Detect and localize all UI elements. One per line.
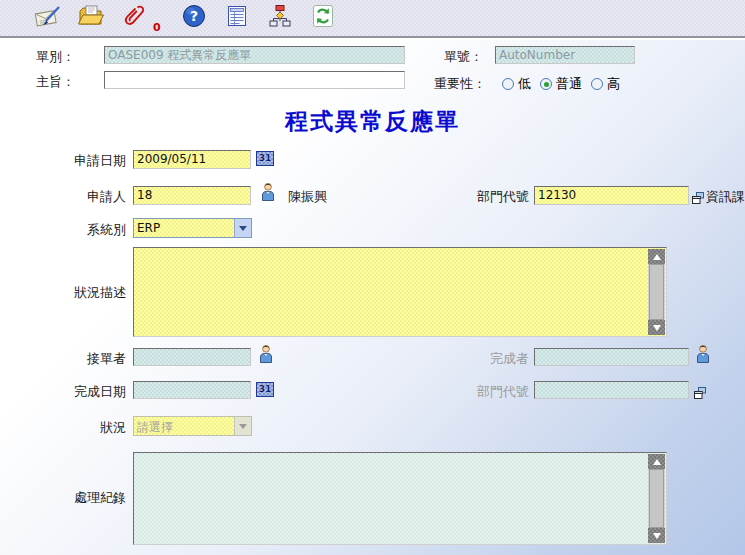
- person-lookup-icon[interactable]: [695, 344, 711, 367]
- form-type-label: 單別 :: [36, 48, 71, 66]
- subject-label: 主旨 :: [36, 73, 71, 91]
- importance-label: 重要性 :: [434, 75, 482, 93]
- apply-date-field[interactable]: 2009/05/11: [133, 150, 251, 169]
- system-type-label: 系統別: [30, 221, 126, 239]
- chevron-down-icon: [234, 417, 251, 435]
- scroll-down-button[interactable]: [648, 320, 665, 335]
- person-lookup-icon[interactable]: [258, 344, 274, 367]
- receiver-field[interactable]: [133, 348, 251, 366]
- triangle-down-icon: [653, 325, 661, 331]
- triangle-down-icon: [653, 533, 661, 539]
- importance-low-label: 低: [518, 75, 531, 93]
- scroll-up-button[interactable]: [648, 249, 665, 264]
- complete-date-field[interactable]: [133, 381, 251, 399]
- form-no-label: 單號 :: [444, 48, 479, 66]
- completer-field[interactable]: [534, 348, 689, 366]
- person-lookup-icon[interactable]: [260, 182, 276, 205]
- scroll-down-button[interactable]: [648, 528, 665, 543]
- status-desc-textarea[interactable]: [133, 247, 667, 337]
- form-type-field[interactable]: OASE009 程式異常反應單: [104, 46, 405, 64]
- calendar-picker-icon[interactable]: 31: [256, 382, 274, 397]
- toolbar-separator: [0, 36, 745, 40]
- completer-label: 完成者: [433, 350, 529, 368]
- scroll-up-button[interactable]: [648, 454, 665, 469]
- svg-text:?: ?: [190, 8, 198, 24]
- system-type-value: ERP: [134, 219, 234, 237]
- open-folder-icon: [77, 3, 105, 33]
- importance-normal-radio[interactable]: [540, 78, 552, 90]
- paperclip-icon: [123, 3, 145, 33]
- system-type-select[interactable]: ERP: [133, 218, 252, 238]
- status-desc-label: 狀況描述: [30, 284, 126, 302]
- send-mail-icon: [34, 3, 62, 33]
- help-button[interactable]: ?: [180, 4, 208, 32]
- subject-field[interactable]: [104, 71, 405, 89]
- triangle-up-icon: [653, 459, 661, 465]
- dept-code-label: 部門代號: [433, 188, 529, 206]
- applicant-name-text: 陳振興: [288, 188, 327, 206]
- applicant-field[interactable]: 18: [133, 186, 251, 205]
- dept-name-text: 資訊課: [706, 188, 745, 206]
- attachment-button[interactable]: [120, 4, 148, 32]
- chevron-down-icon[interactable]: [234, 219, 251, 237]
- dept-code2-label: 部門代號: [433, 383, 529, 401]
- triangle-up-icon: [653, 254, 661, 260]
- importance-low-radio[interactable]: [502, 78, 514, 90]
- complete-date-label: 完成日期: [30, 383, 126, 401]
- importance-radio-group: 低 普通 高: [502, 75, 626, 93]
- toolbar: 0 ?: [0, 0, 745, 36]
- help-icon: ?: [181, 3, 207, 33]
- refresh-button[interactable]: [309, 4, 337, 32]
- calendar-picker-icon[interactable]: 31: [256, 151, 274, 166]
- process-record-textarea[interactable]: [133, 452, 667, 545]
- vertical-scrollbar[interactable]: [648, 249, 665, 335]
- scroll-thumb[interactable]: [649, 469, 664, 528]
- org-chart-icon: [267, 3, 293, 33]
- send-mail-button[interactable]: [34, 4, 62, 32]
- importance-high-radio[interactable]: [591, 78, 603, 90]
- applicant-label: 申請人: [30, 188, 126, 206]
- process-record-label: 處理紀錄: [30, 489, 126, 507]
- status-label: 狀況: [30, 419, 126, 437]
- app-window: 0 ?: [0, 0, 745, 555]
- refresh-icon: [310, 3, 336, 33]
- importance-high-label: 高: [607, 75, 620, 93]
- vertical-scrollbar[interactable]: [648, 454, 665, 543]
- dept-lookup-icon[interactable]: [693, 385, 707, 404]
- scroll-thumb[interactable]: [649, 264, 664, 320]
- status-select[interactable]: 請選擇: [133, 416, 252, 436]
- status-value: 請選擇: [134, 417, 234, 435]
- dept-code-field[interactable]: 12130: [534, 186, 689, 205]
- org-chart-button[interactable]: [266, 4, 294, 32]
- form-no-field[interactable]: AutoNumber: [495, 46, 635, 64]
- open-folder-button[interactable]: [77, 4, 105, 32]
- receiver-label: 接單者: [30, 350, 126, 368]
- page-title: 程式異常反應單: [0, 106, 745, 137]
- apply-date-label: 申請日期: [30, 152, 126, 170]
- form-document-icon: [224, 3, 250, 33]
- form-document-button[interactable]: [223, 4, 251, 32]
- dept-lookup-icon[interactable]: [691, 190, 705, 209]
- attachment-count-badge: 0: [153, 21, 161, 34]
- importance-normal-label: 普通: [556, 75, 582, 93]
- dept-code2-field[interactable]: [534, 381, 689, 399]
